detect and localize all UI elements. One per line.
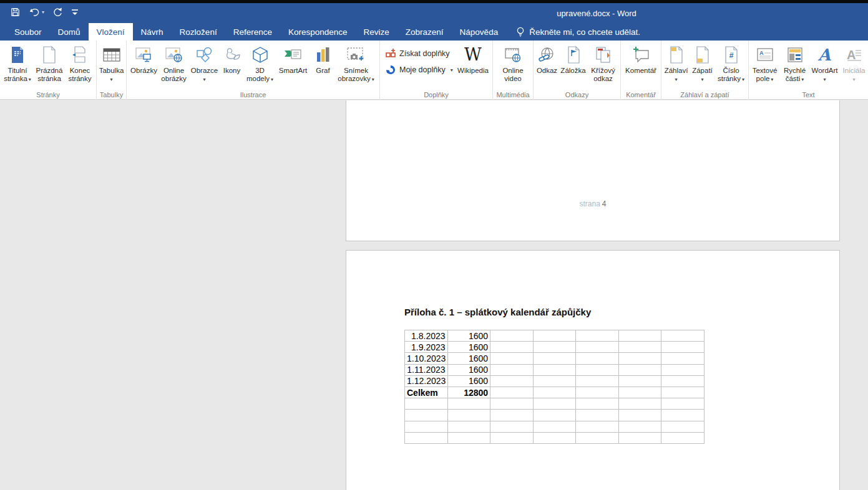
table-cell[interactable] (661, 330, 705, 342)
table-cell[interactable] (618, 375, 661, 387)
table-cell[interactable] (576, 421, 619, 432)
table-cell[interactable] (661, 410, 705, 421)
table-cell[interactable] (576, 398, 619, 410)
table-cell[interactable] (661, 375, 705, 387)
chart-button[interactable]: Graf (311, 41, 336, 93)
table-cell[interactable]: 1.8.2023 (405, 330, 448, 342)
table-cell[interactable]: 12800 (447, 387, 490, 398)
table-cell[interactable] (576, 330, 619, 342)
screenshot-button[interactable]: Snímek obrazovky▾ (336, 41, 377, 93)
online-video-button[interactable]: Online video (495, 41, 530, 93)
table-cell[interactable] (533, 375, 576, 387)
table-cell[interactable] (490, 410, 534, 421)
table-cell[interactable] (533, 398, 576, 410)
table-cell[interactable] (576, 410, 619, 421)
table-cell[interactable] (576, 364, 619, 375)
table-cell[interactable] (533, 342, 576, 353)
tab-rozlozeni[interactable]: Rozložení (172, 23, 225, 41)
bookmark-button[interactable]: Záložka (560, 41, 587, 93)
text-box-button[interactable]: A Textové pole▾ (749, 41, 781, 93)
table-cell[interactable] (533, 387, 576, 398)
table-cell[interactable] (618, 353, 661, 364)
table-cell[interactable] (447, 421, 490, 432)
3d-models-button[interactable]: 3D modely▾ (245, 41, 276, 93)
header-button[interactable]: Záhlaví▾ (663, 41, 690, 93)
table-cell[interactable] (447, 410, 490, 421)
table-cell[interactable] (576, 387, 619, 398)
table-cell[interactable] (533, 432, 576, 443)
table-cell[interactable] (490, 353, 534, 364)
table-cell[interactable] (661, 398, 705, 410)
undo-button[interactable]: ▾ (29, 7, 44, 17)
icons-button[interactable]: Ikony (220, 41, 245, 93)
table-cell[interactable] (405, 398, 448, 410)
table-cell[interactable]: 1600 (447, 342, 490, 353)
tab-korespondence[interactable]: Korespondence (280, 23, 356, 41)
table-cell[interactable] (447, 398, 490, 410)
table-cell[interactable] (661, 421, 705, 432)
page-break-button[interactable]: Konec stránky (65, 41, 95, 93)
tab-zobrazeni[interactable]: Zobrazení (397, 23, 452, 41)
table-cell[interactable] (576, 375, 619, 387)
table-cell[interactable] (533, 330, 576, 342)
table-cell[interactable] (405, 421, 448, 432)
table-cell[interactable] (533, 421, 576, 432)
table-cell[interactable]: Celkem (405, 387, 448, 398)
table-cell[interactable] (618, 330, 661, 342)
table-cell[interactable] (576, 432, 619, 443)
comment-button[interactable]: Komentář (623, 41, 659, 93)
smartart-button[interactable]: SmartArt (276, 41, 311, 93)
repeat-button[interactable] (52, 7, 63, 17)
table-cell[interactable] (618, 387, 661, 398)
customize-qat-button[interactable] (71, 8, 79, 17)
blank-page-button[interactable]: Prázdná stránka (34, 41, 65, 93)
wikipedia-button[interactable]: W Wikipedia (454, 41, 492, 93)
table-cell[interactable] (576, 342, 619, 353)
table-cell[interactable] (661, 387, 705, 398)
table-cell[interactable] (490, 364, 534, 375)
table-cell[interactable]: 1600 (447, 330, 490, 342)
tab-reference[interactable]: Reference (225, 23, 280, 41)
tab-napoveda[interactable]: Nápověda (452, 23, 507, 41)
cross-reference-button[interactable]: Křížový odkaz (587, 41, 620, 93)
table-cell[interactable]: 1600 (447, 375, 490, 387)
table-cell[interactable] (661, 364, 705, 375)
tab-vlozeni[interactable]: Vložení (89, 23, 133, 41)
table-cell[interactable] (661, 432, 705, 443)
table-cell[interactable] (533, 353, 576, 364)
table-cell[interactable] (490, 432, 534, 443)
table-cell[interactable]: 1.10.2023 (405, 353, 448, 364)
table-cell[interactable] (533, 364, 576, 375)
table-cell[interactable] (490, 421, 534, 432)
document-page-5[interactable]: Příloha č. 1 – splátkový kalendář zápůjč… (346, 250, 840, 490)
table-cell[interactable] (490, 398, 534, 410)
table-cell[interactable]: 1.12.2023 (405, 375, 448, 387)
table-cell[interactable] (661, 342, 705, 353)
table-cell[interactable]: 1600 (447, 364, 490, 375)
tab-navrh[interactable]: Návrh (133, 23, 172, 41)
table-cell[interactable] (405, 432, 448, 443)
table-cell[interactable] (618, 432, 661, 443)
tab-domu[interactable]: Domů (50, 23, 89, 41)
table-cell[interactable] (618, 410, 661, 421)
table-cell[interactable] (490, 330, 534, 342)
table-cell[interactable] (447, 432, 490, 443)
tab-soubor[interactable]: Soubor (6, 23, 50, 41)
table-cell[interactable] (618, 421, 661, 432)
table-cell[interactable] (618, 342, 661, 353)
page4-footer[interactable]: strana4 (346, 199, 839, 208)
link-button[interactable]: Odkaz (535, 41, 560, 93)
table-cell[interactable]: 1.11.2023 (405, 364, 448, 375)
save-button[interactable] (10, 7, 21, 17)
table-cell[interactable]: 1.9.2023 (405, 342, 448, 353)
table-button[interactable]: Tabulka▾ (97, 41, 126, 93)
table-cell[interactable] (490, 375, 534, 387)
my-addins-button[interactable]: Moje doplňky ▾ (381, 65, 454, 75)
drop-cap-button[interactable]: A Iniciála▾ (841, 41, 868, 93)
table-cell[interactable] (490, 387, 534, 398)
page-number-button[interactable]: # Číslo stránky▾ (715, 41, 748, 93)
get-addins-button[interactable]: Získat doplňky (381, 49, 454, 59)
table-cell[interactable] (405, 410, 448, 421)
table-cell[interactable] (576, 353, 619, 364)
online-pictures-button[interactable]: Online obrázky (158, 41, 190, 93)
